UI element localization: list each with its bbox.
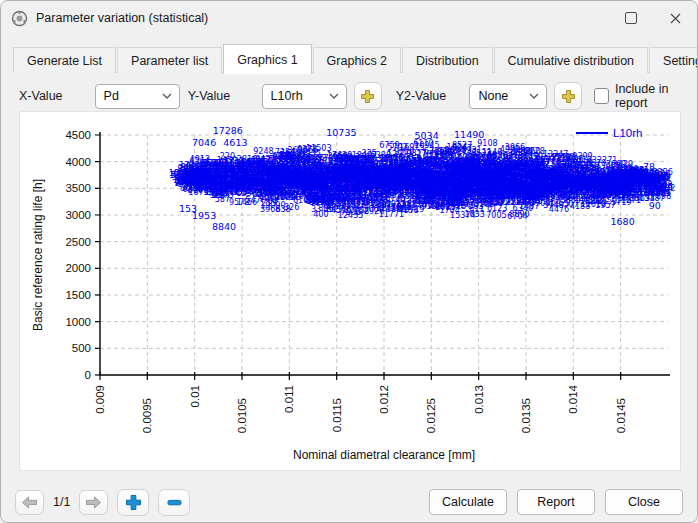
tab-cumulative-distribution[interactable]: Cumulative distribution — [494, 47, 648, 73]
svg-text:2694: 2694 — [444, 146, 464, 155]
svg-text:6105: 6105 — [293, 196, 313, 205]
svg-text:9290: 9290 — [291, 187, 311, 196]
zoom-in-button[interactable] — [117, 489, 149, 516]
chart-panel: 8059709933229506522721577685473145326158… — [19, 111, 681, 471]
y-value-label: Y-Value — [188, 89, 262, 103]
svg-text:6482: 6482 — [306, 154, 326, 163]
svg-text:3500: 3500 — [65, 182, 91, 194]
close-button[interactable]: Close — [605, 489, 683, 515]
svg-text:3867: 3867 — [210, 191, 230, 200]
svg-text:17286: 17286 — [213, 125, 243, 136]
svg-text:7781: 7781 — [489, 192, 509, 201]
plus-blue-icon — [125, 494, 142, 511]
svg-text:4605: 4605 — [246, 158, 266, 167]
include-in-report-checkbox[interactable] — [594, 88, 609, 104]
svg-text:7654: 7654 — [634, 178, 654, 187]
svg-text:L10rh: L10rh — [613, 127, 642, 139]
svg-text:2271: 2271 — [597, 156, 617, 165]
maximize-icon — [625, 12, 637, 24]
add-y-series-button[interactable] — [354, 82, 382, 110]
svg-text:9721: 9721 — [418, 201, 438, 210]
tab-settings[interactable]: Settings — [649, 47, 698, 73]
title-bar: Parameter variation (statistical) — [1, 1, 697, 35]
svg-text:0.0105: 0.0105 — [236, 398, 248, 433]
plus-gold-icon — [360, 89, 375, 104]
svg-text:1953: 1953 — [192, 210, 216, 221]
svg-text:8393: 8393 — [281, 155, 301, 164]
footer-buttons: CalculateReportClose — [429, 489, 683, 515]
tab-generate-list[interactable]: Generate List — [13, 47, 116, 73]
svg-text:1732: 1732 — [224, 157, 244, 166]
window-title: Parameter variation (statistical) — [36, 11, 208, 25]
svg-text:8840: 8840 — [212, 221, 236, 232]
svg-text:14465: 14465 — [522, 197, 547, 206]
report-button[interactable]: Report — [517, 489, 595, 515]
svg-text:10735: 10735 — [326, 127, 356, 138]
svg-text:4185: 4185 — [198, 180, 218, 189]
calculate-button[interactable]: Calculate — [429, 489, 507, 515]
svg-text:2785: 2785 — [416, 150, 436, 159]
svg-text:0.013: 0.013 — [473, 385, 485, 414]
svg-text:11490: 11490 — [454, 129, 484, 140]
maximize-button[interactable] — [609, 1, 653, 35]
svg-text:7005: 7005 — [486, 211, 506, 220]
y2-value-select[interactable]: None — [469, 84, 547, 109]
x-value-label: X-Value — [19, 89, 95, 103]
svg-text:4476: 4476 — [549, 205, 569, 214]
svg-text:366: 366 — [444, 168, 459, 177]
include-in-report-option[interactable]: Include in report — [594, 82, 697, 110]
arrow-left-icon — [21, 496, 38, 509]
y-value-select[interactable]: L10rh — [262, 84, 347, 109]
svg-text:1312: 1312 — [536, 153, 556, 162]
svg-text:9204: 9204 — [206, 172, 226, 181]
add-y2-series-button[interactable] — [554, 82, 582, 110]
svg-text:885: 885 — [177, 163, 195, 174]
svg-text:3868: 3868 — [326, 195, 346, 204]
parameter-variation-dialog: Parameter variation (statistical) Genera… — [0, 0, 698, 523]
svg-text:7151: 7151 — [310, 168, 330, 177]
svg-text:1643: 1643 — [430, 185, 450, 194]
svg-text:17845: 17845 — [444, 157, 469, 166]
chevron-down-icon — [162, 93, 172, 99]
x-value-select[interactable]: Pd — [95, 84, 180, 109]
tab-strip: Generate ListParameter listGraphics 1Gra… — [13, 43, 683, 73]
svg-text:0.0135: 0.0135 — [520, 398, 532, 433]
arrow-right-icon — [85, 496, 102, 509]
svg-text:1500: 1500 — [65, 289, 91, 301]
close-button[interactable] — [653, 1, 697, 35]
svg-text:1000: 1000 — [65, 316, 91, 328]
minus-blue-icon — [166, 494, 183, 511]
tab-parameter-list[interactable]: Parameter list — [117, 47, 222, 73]
svg-text:0: 0 — [85, 369, 91, 381]
plus-gold-icon — [561, 89, 576, 104]
svg-text:4000: 4000 — [65, 156, 91, 168]
svg-text:0.0095: 0.0095 — [141, 398, 153, 433]
previous-page-button[interactable] — [15, 490, 44, 515]
y2-value-label: Y2-Value — [396, 89, 470, 103]
svg-text:8711: 8711 — [436, 176, 456, 185]
svg-text:1199: 1199 — [650, 189, 670, 198]
tab-graphics-1[interactable]: Graphics 1 — [223, 44, 311, 74]
svg-text:5684: 5684 — [477, 181, 497, 190]
tab-distribution[interactable]: Distribution — [402, 47, 493, 73]
chevron-down-icon — [529, 93, 539, 99]
svg-text:7046: 7046 — [192, 137, 216, 148]
svg-text:9573: 9573 — [229, 198, 249, 207]
bearing-app-icon — [11, 10, 28, 27]
svg-text:1680: 1680 — [611, 216, 635, 227]
svg-text:0.0115: 0.0115 — [331, 398, 343, 432]
svg-text:4500: 4500 — [65, 129, 91, 141]
svg-text:53: 53 — [654, 170, 666, 181]
tab-graphics-2[interactable]: Graphics 2 — [313, 47, 401, 73]
svg-text:11283: 11283 — [527, 169, 552, 178]
svg-text:17212: 17212 — [359, 165, 384, 174]
svg-text:4941: 4941 — [503, 174, 523, 183]
svg-text:5034: 5034 — [415, 130, 439, 141]
svg-text:6392: 6392 — [350, 197, 370, 206]
zoom-out-button[interactable] — [158, 489, 190, 516]
svg-text:3112: 3112 — [599, 177, 619, 186]
svg-text:4172: 4172 — [468, 192, 488, 201]
include-in-report-label: Include in report — [615, 82, 697, 110]
next-page-button[interactable] — [79, 490, 108, 515]
svg-text:8890: 8890 — [509, 210, 529, 219]
